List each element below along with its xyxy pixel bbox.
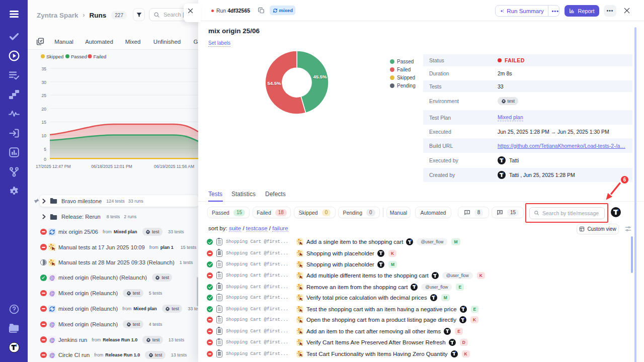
svg-text:0: 0	[44, 157, 46, 162]
svg-text:17/2025 12:47 PM: 17/2025 12:47 PM	[36, 164, 70, 169]
svg-text:54.5%: 54.5%	[268, 80, 281, 86]
svg-text:20: 20	[42, 107, 47, 112]
svg-text:06/19/2025 11:56 AM: 06/19/2025 11:56 AM	[154, 164, 194, 169]
svg-text:25: 25	[42, 93, 47, 98]
svg-text:Passed: Passed	[71, 54, 87, 59]
svg-text:45.5%: 45.5%	[313, 74, 327, 79]
svg-text:Failed: Failed	[94, 54, 107, 59]
svg-text:06/18/2025 12:01 PM: 06/18/2025 12:01 PM	[91, 164, 132, 169]
svg-text:Skipped: Skipped	[46, 54, 63, 59]
svg-text:5: 5	[44, 147, 46, 152]
svg-text:10: 10	[42, 133, 47, 138]
svg-text:35: 35	[42, 66, 47, 71]
svg-text:15: 15	[42, 120, 47, 125]
svg-text:30: 30	[42, 80, 47, 85]
